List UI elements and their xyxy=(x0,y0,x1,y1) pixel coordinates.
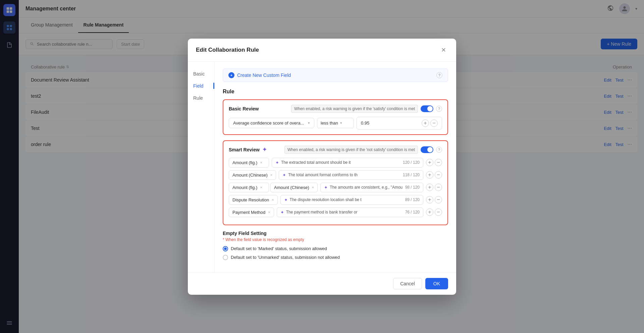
smart-description[interactable]: ✦ The extracted total amount should be i… xyxy=(272,158,423,168)
smart-fields: Amount (fig.) × Amount (Chinese) × xyxy=(229,183,318,192)
smart-description[interactable]: ✦ The payment method is bank transfer or… xyxy=(277,207,423,217)
smart-review-row: Dispute Resolution × ✦ The dispute resol… xyxy=(229,195,442,205)
radio-option[interactable]: Default set to 'Marked' status, submissi… xyxy=(223,246,448,251)
ai-icon: ✦ xyxy=(282,173,286,178)
radio-circle[interactable] xyxy=(223,255,228,260)
smart-review-toggle[interactable] xyxy=(421,146,433,153)
smart-description[interactable]: ✦ The total amount format conforms to th… xyxy=(279,170,423,180)
field-tag[interactable]: Amount (Chinese) × xyxy=(270,183,318,192)
basic-review-block: Basic Review When enabled, a risk warnin… xyxy=(223,99,448,135)
basic-add-remove: + − xyxy=(422,120,438,127)
toggle-knob xyxy=(427,106,433,111)
nav-rule[interactable]: Rule xyxy=(188,93,214,103)
remove-tag-icon[interactable]: × xyxy=(268,210,270,214)
remove-smart-row-button[interactable]: − xyxy=(435,159,442,166)
smart-fields: Dispute Resolution × xyxy=(229,195,278,205)
add-smart-row-button[interactable]: + xyxy=(426,159,433,166)
chevron-down-icon: ▾ xyxy=(340,121,342,125)
remove-tag-icon[interactable]: × xyxy=(272,198,274,202)
smart-description[interactable]: ✦ The dispute resolution location shall … xyxy=(280,195,423,205)
ok-button[interactable]: OK xyxy=(425,278,448,289)
smart-review-title: Smart Review ✦ xyxy=(229,146,267,153)
help-icon[interactable]: ? xyxy=(436,72,442,78)
add-smart-row-button[interactable]: + xyxy=(426,196,433,203)
dialog-title: Edit Collaboration Rule xyxy=(196,47,259,53)
smart-fields: Amount (fig.) × xyxy=(229,158,269,168)
score-badge: 120 / 120 xyxy=(403,160,420,165)
cancel-button[interactable]: Cancel xyxy=(393,278,422,289)
toggle-knob xyxy=(427,147,433,152)
add-condition-button[interactable]: + xyxy=(422,120,429,127)
dialog-body: Basic Field Rule + Create New Custom Fie… xyxy=(188,62,456,272)
dialog-close-button[interactable]: ✕ xyxy=(439,45,448,55)
basic-review-toggle[interactable] xyxy=(421,105,433,112)
basic-threshold-input[interactable]: 0.95 + − xyxy=(357,117,442,130)
basic-review-header: Basic Review When enabled, a risk warnin… xyxy=(229,105,442,113)
ai-icon: ✦ xyxy=(324,185,328,190)
smart-fields: Amount (Chinese) × xyxy=(229,170,276,180)
basic-condition-select[interactable]: less than ▾ xyxy=(317,118,354,128)
basic-field-select[interactable]: Average confidence score of overa... ▾ xyxy=(229,118,314,128)
radio-option[interactable]: Default set to 'Unmarked' status, submis… xyxy=(223,255,448,260)
score-badge: 76 / 120 xyxy=(405,210,420,215)
field-tag[interactable]: Amount (Chinese) × xyxy=(229,170,276,180)
dialog-header: Edit Collaboration Rule ✕ xyxy=(188,39,456,62)
radio-circle[interactable] xyxy=(223,246,228,251)
remove-smart-row-button[interactable]: − xyxy=(435,208,442,216)
radio-group: Default set to 'Marked' status, submissi… xyxy=(223,246,448,260)
ai-icon: ✦ xyxy=(284,197,288,202)
smart-help-icon[interactable]: ? xyxy=(436,147,442,153)
smart-review-rows: Amount (fig.) × ✦ The extracted total am… xyxy=(229,158,442,217)
smart-review-row: Amount (Chinese) × ✦ The total amount fo… xyxy=(229,170,442,180)
info-icon: + xyxy=(228,72,234,78)
dialog-nav: Basic Field Rule xyxy=(188,62,215,272)
remove-tag-icon[interactable]: × xyxy=(260,185,262,189)
desc-text: The amounts are consistent, e.g., "Amou xyxy=(330,185,403,190)
dialog-overlay: Edit Collaboration Rule ✕ Basic Field Ru… xyxy=(0,0,644,333)
desc-text: The dispute resolution location shall be… xyxy=(290,197,403,202)
field-tag[interactable]: Amount (fig.) × xyxy=(229,183,269,192)
smart-icon: ✦ xyxy=(262,146,267,153)
remove-tag-icon[interactable]: × xyxy=(260,160,262,164)
desc-text: The total amount format conforms to th xyxy=(288,173,401,177)
remove-smart-row-button[interactable]: − xyxy=(435,171,442,179)
smart-review-row: Payment Method × ✦ The payment method is… xyxy=(229,207,442,217)
empty-field-title: Empty Field Setting xyxy=(223,231,448,236)
rule-section-title: Rule xyxy=(223,89,448,95)
basic-review-title: Basic Review xyxy=(229,106,259,111)
edit-dialog: Edit Collaboration Rule ✕ Basic Field Ru… xyxy=(188,39,456,295)
basic-review-right: When enabled, a risk warning is given if… xyxy=(291,105,442,113)
smart-row-btns: + − xyxy=(426,184,442,191)
nav-field[interactable]: Field xyxy=(188,81,214,91)
basic-help-icon[interactable]: ? xyxy=(436,106,442,112)
basic-review-condition: Average confidence score of overa... ▾ l… xyxy=(229,117,442,130)
field-tag[interactable]: Amount (fig.) × xyxy=(229,158,269,168)
score-badge: 89 / 120 xyxy=(405,197,420,202)
score-badge: 118 / 120 xyxy=(403,173,420,177)
remove-tag-icon[interactable]: × xyxy=(312,185,314,189)
smart-row-btns: + − xyxy=(426,208,442,216)
remove-condition-button[interactable]: − xyxy=(430,120,438,127)
add-smart-row-button[interactable]: + xyxy=(426,171,433,179)
field-tag[interactable]: Dispute Resolution × xyxy=(229,195,278,205)
chevron-down-icon: ▾ xyxy=(308,121,310,125)
score-badge: 98 / 120 xyxy=(405,185,420,190)
smart-row-btns: + − xyxy=(426,159,442,166)
smart-description[interactable]: ✦ The amounts are consistent, e.g., "Amo… xyxy=(320,183,423,192)
smart-warning-label: When enabled, a risk warning is given if… xyxy=(284,146,418,154)
smart-review-row: Amount (fig.) × ✦ The extracted total am… xyxy=(229,158,442,168)
dialog-content: + Create New Custom Field ? Rule Basic R… xyxy=(215,62,456,272)
smart-fields: Payment Method × xyxy=(229,207,274,217)
remove-smart-row-button[interactable]: − xyxy=(435,184,442,191)
add-smart-row-button[interactable]: + xyxy=(426,208,433,216)
ai-icon: ✦ xyxy=(275,160,279,165)
empty-field-section: Empty Field Setting * When the field val… xyxy=(223,231,448,260)
desc-text: The payment method is bank transfer or xyxy=(286,210,403,215)
dialog-footer: Cancel OK xyxy=(188,272,456,295)
add-smart-row-button[interactable]: + xyxy=(426,184,433,191)
field-tag[interactable]: Payment Method × xyxy=(229,207,274,217)
nav-basic[interactable]: Basic xyxy=(188,68,214,79)
remove-smart-row-button[interactable]: − xyxy=(435,196,442,203)
remove-tag-icon[interactable]: × xyxy=(270,173,272,177)
custom-field-left[interactable]: + Create New Custom Field xyxy=(228,72,291,78)
